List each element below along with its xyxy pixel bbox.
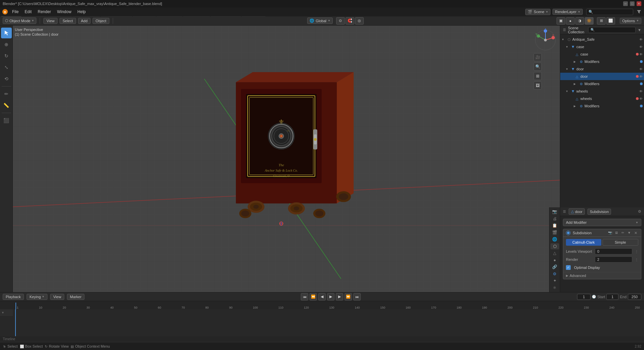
modifier-close-icon[interactable]: ✕ — [633, 231, 638, 235]
outliner-item-door-collection[interactable]: ▼ ▼ door 👁 — [560, 65, 644, 73]
end-frame-input[interactable]: 250 — [628, 294, 641, 300]
menu-render[interactable]: Render — [35, 9, 53, 15]
tool-add-cube[interactable]: ⬛ — [1, 115, 12, 126]
prop-render-icon[interactable]: 📷 — [550, 209, 559, 215]
levels-viewport-value[interactable]: 0 — [595, 248, 632, 254]
add-menu-btn[interactable]: Add — [78, 18, 91, 24]
minimize-button[interactable]: ─ — [623, 1, 628, 6]
render-preview-icon[interactable]: 🖼 — [534, 81, 542, 90]
view-menu-timeline[interactable]: View — [50, 294, 64, 300]
modifier-more-icon[interactable]: ▼ — [627, 231, 632, 235]
object-menu-btn[interactable]: Object — [93, 18, 109, 24]
visibility-icon-wheels[interactable]: 👁 — [639, 97, 643, 101]
render-adjust[interactable]: ⋮ — [635, 258, 638, 261]
prop-constraint-icon[interactable]: 🔗 — [550, 264, 559, 270]
prop-scene-icon[interactable]: 🎬 — [550, 230, 559, 236]
optimal-display-checkbox[interactable]: ✓ — [566, 265, 571, 270]
menu-window[interactable]: Window — [54, 9, 74, 15]
outliner-item-case-collection[interactable]: ▼ ▼ case 👁 — [560, 43, 644, 50]
current-frame-input[interactable]: 1 — [577, 294, 591, 300]
prop-object-icon[interactable]: ⬡ — [550, 243, 559, 250]
outliner-item-wheels-collection[interactable]: ▼ ▼ wheels 👁 — [560, 88, 644, 95]
snap-toggle[interactable]: 🧲 — [346, 17, 354, 25]
global-search-input[interactable] — [595, 10, 631, 14]
visibility-icon-door[interactable]: 👁 — [639, 75, 643, 78]
properties-modifier-title[interactable]: Subdivision — [587, 209, 611, 215]
prop-material-icon[interactable]: ● — [550, 257, 559, 264]
tool-transform[interactable]: ⟲ — [1, 73, 12, 84]
outliner-item-case-mesh[interactable]: △ case 👁 — [560, 50, 644, 58]
transform-pivot[interactable]: ⊙ — [336, 17, 345, 25]
wireframe-btn[interactable]: ▣ — [557, 17, 565, 25]
outliner-item-antique-safe[interactable]: ▼ ⬡ Antique_Safe 👁 — [560, 36, 644, 43]
visibility-icon-door-col[interactable]: 👁 — [639, 67, 643, 71]
visibility-icon-case[interactable]: 👁 — [639, 53, 643, 56]
render-btn[interactable]: 🔆 — [585, 17, 594, 25]
transform-global-selector[interactable]: 🌐 Global ▼ — [307, 18, 333, 24]
outliner-item-wheels-mesh[interactable]: △ wheels 👁 — [560, 95, 644, 102]
outliner-filter-icon[interactable]: ▼ — [638, 28, 641, 32]
add-modifier-button[interactable]: Add Modifier ▼ — [563, 219, 641, 226]
tool-rotate[interactable]: ↻ — [1, 50, 12, 61]
simple-button[interactable]: Simple — [603, 239, 639, 246]
proportional-edit[interactable]: ◎ — [355, 17, 364, 25]
visibility-icon-antique-safe[interactable]: 👁 — [639, 38, 643, 41]
maximize-button[interactable]: □ — [630, 1, 635, 6]
options-dropdown[interactable]: Options ▼ — [620, 18, 641, 24]
object-mode-selector[interactable]: ⬡ Object Mode ▼ — [3, 18, 36, 24]
render-value[interactable]: 2 — [595, 256, 632, 262]
prop-mesh-icon[interactable]: △ — [550, 250, 559, 256]
start-frame-input[interactable]: 1 — [606, 294, 618, 300]
jump-end-btn[interactable]: ⏭ — [353, 293, 361, 301]
prev-frame-btn[interactable]: ⏪ — [310, 293, 317, 301]
modifier-enable-toggle[interactable] — [566, 231, 571, 235]
material-btn[interactable]: ◑ — [575, 17, 584, 25]
play-btn[interactable]: ▶ — [327, 293, 334, 301]
visibility-icon-wheels-col[interactable]: 👁 — [639, 90, 643, 93]
tool-scale[interactable]: ⤡ — [1, 62, 12, 73]
tool-cursor[interactable] — [1, 28, 12, 38]
viewport-3d[interactable]: ⚜ ~ The Anchor Safe & Lock Co. Cincinnat… — [13, 26, 560, 292]
prop-output-icon[interactable]: 🖨 — [550, 216, 559, 222]
select-menu-btn[interactable]: Select — [60, 18, 76, 24]
outliner-item-door-mesh[interactable]: △ door 👁 — [560, 73, 644, 80]
visibility-icon-case-col[interactable]: 👁 — [639, 45, 643, 49]
tool-measure[interactable]: 📏 — [1, 100, 12, 111]
grid-snap-icon[interactable]: ⊞ — [534, 72, 542, 80]
outliner-item-wheels-modifiers[interactable]: ▶ ⚙ Modifiers — [560, 102, 644, 110]
scene-selector[interactable]: 🎬 Scene ▼ — [525, 9, 550, 15]
menu-help[interactable]: Help — [75, 9, 88, 15]
render-layer-selector[interactable]: RenderLayer ▼ — [552, 9, 583, 15]
next-keyframe-btn[interactable]: ▶ — [336, 293, 343, 301]
tool-move[interactable]: ⊕ — [1, 39, 12, 50]
solid-btn[interactable]: ● — [566, 17, 575, 25]
prop-modifier-icon[interactable]: ⚙ — [550, 271, 559, 277]
filter-icon[interactable] — [635, 8, 643, 15]
properties-object-selector[interactable]: △ door — [569, 208, 585, 215]
marker-menu[interactable]: Marker — [67, 294, 84, 300]
outliner-item-case-modifiers[interactable]: ▶ ⚙ Modifiers — [560, 58, 644, 65]
levels-viewport-adjust[interactable]: ⋮ — [635, 250, 638, 253]
outliner-search-input[interactable] — [588, 27, 636, 33]
prop-view-layer-icon[interactable]: 📋 — [550, 222, 559, 229]
properties-settings-icon[interactable]: ⚙ — [638, 209, 641, 214]
blender-logo[interactable]: B — [1, 8, 9, 15]
advanced-section[interactable]: ▶ Advanced — [563, 272, 641, 279]
keying-menu[interactable]: Keying ▼ — [27, 294, 48, 300]
global-search[interactable]: 🔍 — [586, 9, 633, 15]
prop-world-icon[interactable]: 🌐 — [550, 236, 559, 243]
camera-view-icon[interactable]: 🎥 — [534, 53, 542, 61]
modifier-edit-icon[interactable]: ✏ — [620, 231, 625, 235]
playback-menu[interactable]: Playback — [3, 294, 24, 300]
xray-btn[interactable]: ⬜ — [606, 17, 615, 25]
view-menu-btn[interactable]: View — [43, 18, 58, 24]
prop-physics-icon[interactable]: ⚛ — [550, 285, 559, 291]
menu-edit[interactable]: Edit — [22, 9, 34, 15]
modifier-camera-icon[interactable]: 📷 — [607, 231, 613, 235]
jump-start-btn[interactable]: ⏮ — [301, 293, 308, 301]
prop-particles-icon[interactable]: ✦ — [550, 278, 559, 284]
outliner-item-door-modifiers[interactable]: ▶ ⚙ Modifiers — [560, 80, 644, 88]
overlays-btn[interactable]: ⊞ — [597, 17, 606, 25]
next-frame-btn[interactable]: ⏩ — [345, 293, 352, 301]
nav-gizmo[interactable]: X Y Z — [534, 28, 557, 52]
